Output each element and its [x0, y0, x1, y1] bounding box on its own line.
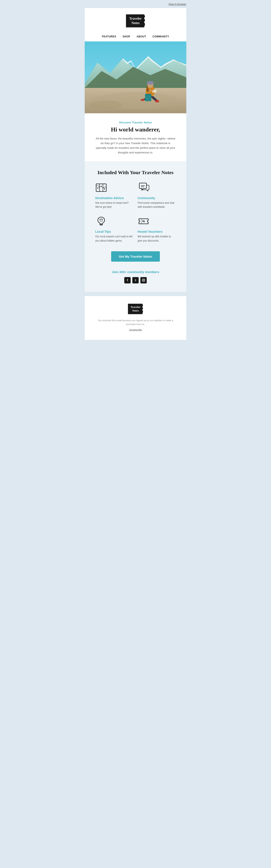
- nav-features[interactable]: FEATURES: [102, 35, 116, 38]
- unsubscribe-link[interactable]: Unsubscribe: [129, 329, 142, 331]
- features-section: Included With Your Traveler Notes: [85, 161, 186, 245]
- feature-destination-title: Destination Advice: [95, 196, 133, 200]
- svg-text:%: %: [142, 220, 145, 223]
- footer-logo-flag: Traveler Notes: [128, 304, 143, 314]
- nav-about[interactable]: ABOUT: [137, 35, 146, 38]
- twitter-button[interactable]: t: [132, 277, 139, 283]
- lightbulb-icon: [95, 215, 107, 227]
- feature-localtips-title: Local Tips: [95, 230, 133, 233]
- feature-vouchers-desc: We teamed up with hostels to give you di…: [138, 235, 176, 243]
- feature-community-desc: Find travel companions and chat with tra…: [138, 201, 176, 209]
- svg-point-12: [141, 99, 144, 101]
- feature-localtips-desc: Our local experts can't wait to tell you…: [95, 235, 133, 243]
- view-in-browser-link[interactable]: View in browser: [168, 3, 186, 6]
- footer: Traveler Notes You received this email b…: [85, 296, 186, 340]
- social-icons: f t: [95, 277, 176, 283]
- chat-icon: [138, 182, 150, 194]
- intro-body: All the new faces, the beautiful memorie…: [95, 136, 176, 155]
- nav-community[interactable]: COMMUNITY: [153, 35, 169, 38]
- svg-point-33: [143, 280, 144, 281]
- intro-headline: Hi world wanderer,: [95, 126, 176, 133]
- svg-rect-10: [147, 81, 153, 84]
- feature-destination-desc: Not sure where to head next? We've got t…: [95, 201, 133, 209]
- map-icon: [95, 182, 107, 194]
- feature-community: Community Find travel companions and cha…: [138, 182, 176, 209]
- voucher-icon: %: [138, 215, 150, 227]
- hero-image: [85, 41, 186, 113]
- intro-eyebrow: Discover Traveler Notes: [95, 121, 176, 124]
- instagram-button[interactable]: [140, 277, 147, 283]
- feature-community-title: Community: [138, 196, 176, 200]
- footer-disclaimer: You received this email because you sign…: [95, 318, 176, 326]
- feature-localtips: Local Tips Our local experts can't wait …: [95, 215, 133, 243]
- svg-rect-14: [145, 94, 152, 96]
- intro-section: Discover Traveler Notes Hi world wandere…: [85, 113, 186, 161]
- main-nav: FEATURES SHOP ABOUT COMMUNITY: [89, 32, 182, 41]
- nav-shop[interactable]: SHOP: [123, 35, 130, 38]
- features-headline: Included With Your Traveler Notes: [95, 170, 176, 176]
- footer-logo: Traveler Notes: [95, 304, 176, 314]
- logo: Traveler Notes: [126, 14, 145, 28]
- feature-vouchers-title: Hostel Vouchers: [138, 230, 176, 233]
- svg-point-34: [144, 279, 144, 280]
- svg-rect-32: [142, 279, 145, 281]
- email-container: Traveler Notes FEATURES SHOP ABOUT COMMU…: [85, 8, 186, 161]
- svg-point-6: [89, 101, 123, 109]
- features-grid: Destination Advice Not sure where to hea…: [95, 182, 176, 243]
- social-headline: Join 300+ community members: [95, 270, 176, 274]
- facebook-button[interactable]: f: [124, 277, 131, 283]
- cta-section: Get My Traveler Notes: [85, 245, 186, 268]
- logo-flag: Traveler Notes: [126, 14, 145, 28]
- feature-vouchers: % Hostel Vouchers We teamed up with host…: [138, 215, 176, 243]
- social-section: Join 300+ community members f t: [85, 268, 186, 292]
- svg-point-11: [155, 100, 159, 102]
- feature-destination: Destination Advice Not sure where to hea…: [95, 182, 133, 209]
- header: Traveler Notes FEATURES SHOP ABOUT COMMU…: [85, 8, 186, 41]
- cta-button[interactable]: Get My Traveler Notes: [111, 251, 160, 262]
- divider: [85, 292, 186, 296]
